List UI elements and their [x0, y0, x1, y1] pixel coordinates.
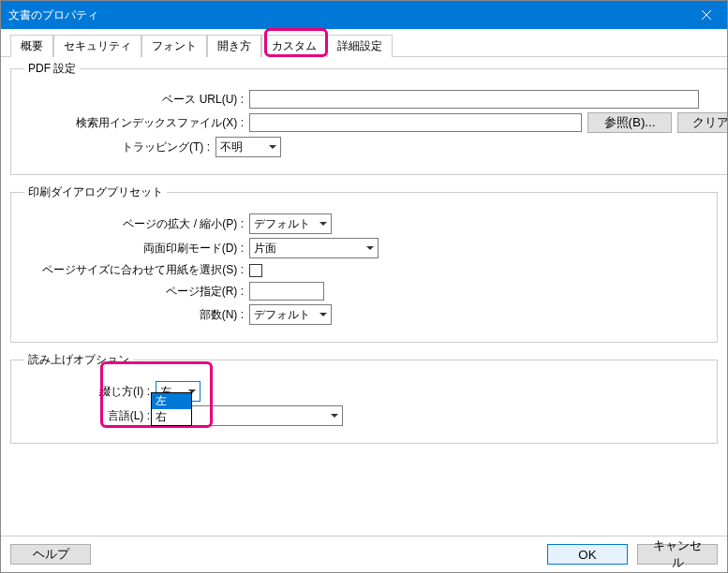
ok-button[interactable]: OK [547, 544, 628, 565]
content-area: PDF 設定 ベース URL(U) : 検索用インデックスファイル(X) : 参… [1, 57, 727, 536]
window-title: 文書のプロパティ [8, 7, 98, 23]
close-button[interactable] [685, 1, 727, 29]
paper-select-label: ページサイズに合わせて用紙を選択(S) : [24, 262, 249, 278]
clear-button[interactable]: クリア(C) [677, 112, 727, 133]
paper-select-checkbox[interactable] [249, 264, 262, 277]
trapping-label: トラッピング(T) : [24, 140, 215, 155]
document-properties-window: 文書のプロパティ 概要 セキュリティ フォント 開き方 カスタム 詳細設定 PD… [0, 0, 728, 573]
base-url-label: ベース URL(U) : [24, 92, 249, 108]
pdf-settings-legend: PDF 設定 [24, 61, 80, 77]
page-range-input[interactable] [249, 282, 324, 301]
help-button[interactable]: ヘルプ [10, 544, 91, 565]
reading-options-legend: 読み上げオプション [24, 352, 133, 368]
titlebar: 文書のプロパティ [1, 1, 727, 29]
binding-option-left[interactable]: 左 [152, 393, 191, 409]
reading-options-group: 読み上げオプション 綴じ方(I) : 左 言語(L) : [10, 352, 718, 444]
print-preset-legend: 印刷ダイアログプリセット [24, 184, 167, 200]
print-preset-group: 印刷ダイアログプリセット ページの拡大 / 縮小(P) : デフォルト 両面印刷… [10, 184, 718, 343]
copies-select[interactable]: デフォルト [249, 304, 332, 325]
index-file-input[interactable] [249, 113, 582, 132]
close-icon [702, 10, 711, 20]
duplex-label: 両面印刷モード(D) : [24, 241, 249, 257]
tab-security[interactable]: セキュリティ [53, 35, 141, 57]
binding-option-right[interactable]: 右 [152, 409, 191, 425]
copies-label: 部数(N) : [24, 307, 249, 323]
scaling-select[interactable]: デフォルト [249, 213, 332, 234]
tab-advanced[interactable]: 詳細設定 [327, 35, 393, 57]
pdf-settings-group: PDF 設定 ベース URL(U) : 検索用インデックスファイル(X) : 参… [10, 61, 727, 175]
tab-fonts[interactable]: フォント [141, 35, 207, 57]
page-range-label: ページ指定(R) : [24, 284, 249, 300]
duplex-select[interactable]: 片面 [249, 238, 379, 258]
dialog-footer: ヘルプ OK キャンセル [1, 536, 727, 572]
browse-button[interactable]: 参照(B)... [587, 112, 672, 133]
binding-label: 綴じ方(I) : [24, 384, 156, 400]
trapping-select[interactable]: 不明 [215, 137, 281, 157]
tab-summary[interactable]: 概要 [10, 35, 53, 57]
base-url-input[interactable] [249, 90, 699, 109]
cancel-button[interactable]: キャンセル [637, 544, 718, 565]
tab-initial-view[interactable]: 開き方 [207, 35, 261, 57]
binding-dropdown-list[interactable]: 左 右 [151, 392, 192, 426]
tab-custom[interactable]: カスタム [261, 35, 327, 57]
language-label: 言語(L) : [24, 408, 156, 424]
tab-bar: 概要 セキュリティ フォント 開き方 カスタム 詳細設定 [1, 29, 727, 57]
index-file-label: 検索用インデックスファイル(X) : [24, 115, 249, 131]
scaling-label: ページの拡大 / 縮小(P) : [24, 216, 249, 232]
